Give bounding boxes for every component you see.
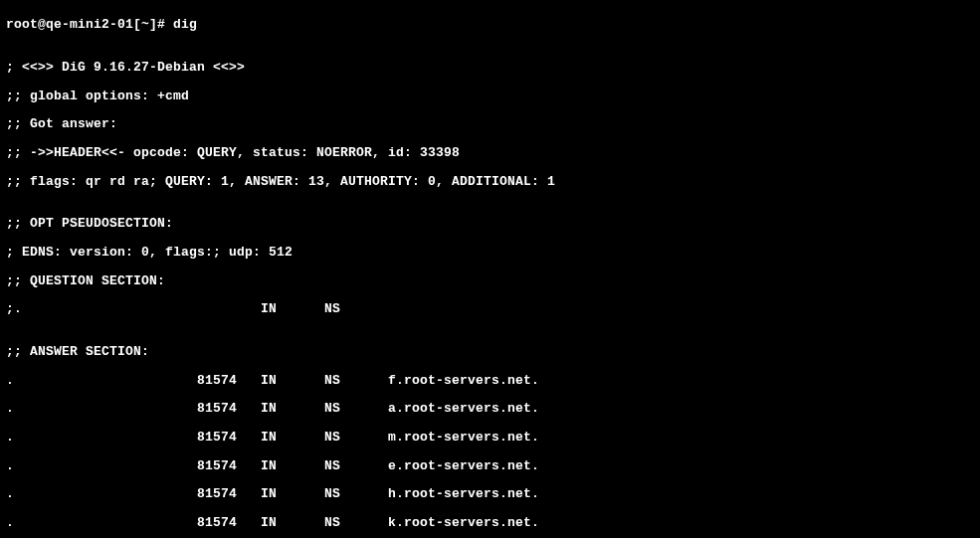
- got-answer: ;; Got answer:: [6, 117, 974, 131]
- answer-row: . 81574 IN NS a.root-servers.net.: [6, 402, 974, 416]
- header-line: ;; ->>HEADER<<- opcode: QUERY, status: N…: [6, 146, 974, 160]
- opt-section-header: ;; OPT PSEUDOSECTION:: [6, 217, 974, 231]
- answer-row: . 81574 IN NS e.root-servers.net.: [6, 459, 974, 473]
- answer-row: . 81574 IN NS k.root-servers.net.: [6, 516, 974, 530]
- dig-version: ; <<>> DiG 9.16.27-Debian <<>>: [6, 61, 974, 75]
- answer-row: . 81574 IN NS m.root-servers.net.: [6, 431, 974, 445]
- question-row: ;. IN NS: [6, 302, 974, 316]
- prompt-line: root@qe-mini2-01[~]# dig: [6, 18, 974, 32]
- answer-section-header: ;; ANSWER SECTION:: [6, 345, 974, 359]
- answer-row: . 81574 IN NS f.root-servers.net.: [6, 374, 974, 388]
- question-section-header: ;; QUESTION SECTION:: [6, 274, 974, 288]
- flags-line: ;; flags: qr rd ra; QUERY: 1, ANSWER: 13…: [6, 175, 974, 189]
- global-options: ;; global options: +cmd: [6, 90, 974, 103]
- answer-row: . 81574 IN NS h.root-servers.net.: [6, 487, 974, 501]
- terminal-output[interactable]: root@qe-mini2-01[~]# dig ; <<>> DiG 9.16…: [0, 0, 980, 538]
- edns-line: ; EDNS: version: 0, flags:; udp: 512: [6, 246, 974, 260]
